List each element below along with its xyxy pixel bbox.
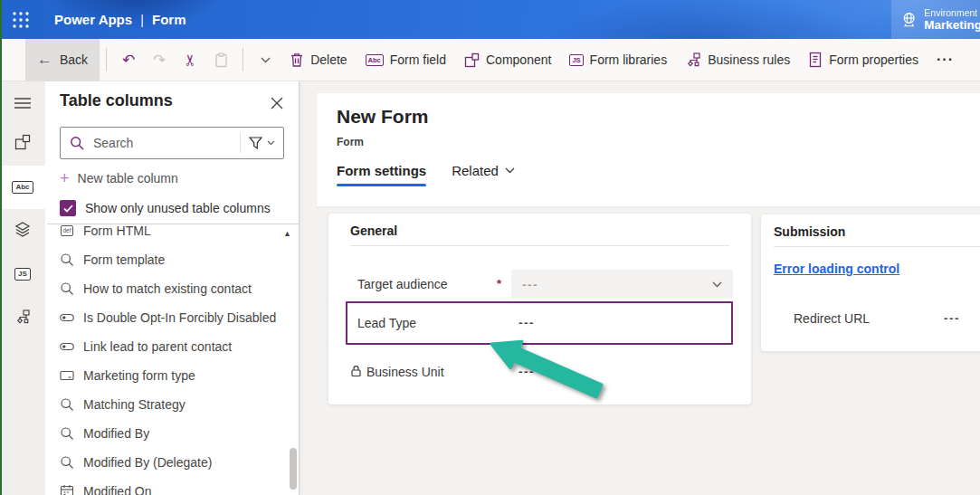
checkbox-checked (60, 200, 76, 216)
error-loading-control-link[interactable]: Error loading control (774, 262, 899, 276)
ellipsis-icon: ··· (937, 52, 954, 67)
rail-form-libraries-button[interactable]: JS (0, 254, 45, 294)
submission-section-card: Submission Error loading control Redirec… (761, 214, 980, 351)
new-table-column-button[interactable]: + New table column (60, 170, 178, 186)
redo-icon: ↷ (153, 52, 166, 68)
column-label: Is Double Opt-In Forcibly Disabled (83, 310, 276, 325)
close-panel-button[interactable] (268, 94, 286, 112)
search-icon (70, 136, 84, 150)
rail-tree-view-button[interactable] (0, 209, 45, 249)
column-label: Modified By (Delegate) (83, 455, 212, 470)
table-column-item[interactable]: Matching Strategy (47, 390, 299, 419)
plus-icon: + (60, 170, 70, 186)
undo-button[interactable]: ↶ (113, 39, 144, 81)
lock-icon (350, 365, 362, 377)
rail-table-columns-button[interactable]: Abc (0, 166, 45, 209)
lookup-icon (60, 281, 74, 296)
table-column-item[interactable]: Is Double Opt-In Forcibly Disabled (47, 303, 299, 332)
environment-label: Environment (924, 7, 980, 18)
lead-type-value: --- (519, 316, 535, 329)
target-audience-dropdown[interactable]: --- (511, 270, 733, 299)
close-icon (271, 97, 283, 109)
form-libraries-label: Form libraries (590, 52, 668, 67)
tab-label: Related (452, 163, 499, 178)
back-arrow-icon: ← (37, 51, 52, 69)
tab-related[interactable]: Related (452, 163, 515, 186)
form-properties-icon (808, 52, 823, 68)
form-header-card: New Form Form Form settings Related (317, 93, 980, 206)
show-unused-label: Show only unused table columns (85, 201, 271, 215)
table-columns-abc-icon: Abc (12, 181, 33, 194)
dropdown-value: --- (522, 278, 712, 291)
business-unit-label: Business Unit (366, 365, 444, 379)
richtext-icon: def (60, 225, 74, 236)
table-column-item[interactable]: How to match existing contact (47, 274, 299, 303)
cut-button[interactable]: ✂ (175, 39, 205, 81)
table-column-item[interactable]: Modified On (47, 477, 299, 495)
column-label: Form HTML (83, 224, 151, 238)
chevron-down-icon (261, 57, 271, 63)
redirect-url-value: --- (944, 311, 960, 325)
more-commands-button[interactable]: ··· (928, 52, 963, 68)
table-column-item[interactable]: Form template (47, 245, 299, 274)
business-rules-button[interactable]: Business rules (676, 39, 799, 81)
rail-components-button[interactable] (0, 122, 45, 162)
scroll-up-arrow[interactable]: ▲ (283, 230, 291, 238)
paste-button[interactable] (205, 39, 236, 81)
table-column-item[interactable]: Modified By (Delegate) (47, 448, 299, 477)
section-divider (350, 245, 729, 246)
clipboard-more-chevron[interactable] (250, 39, 281, 81)
delete-label: Delete (310, 52, 347, 67)
business-rules-label: Business rules (708, 52, 790, 67)
form-libraries-button[interactable]: JS Form libraries (560, 39, 676, 81)
section-divider (774, 246, 980, 247)
js-icon: JS (14, 268, 31, 281)
page-name: Form (152, 12, 186, 27)
component-icon (464, 52, 480, 68)
tab-form-settings[interactable]: Form settings (337, 163, 426, 186)
toolbar-divider (243, 48, 243, 71)
show-unused-checkbox[interactable]: Show only unused table columns (60, 200, 271, 216)
checkmark-icon (63, 205, 73, 213)
form-properties-button[interactable]: Form properties (799, 39, 928, 81)
app-header: Power Apps | Form Environment Marketing (0, 0, 980, 39)
table-column-item[interactable]: Modified By (47, 419, 299, 448)
filter-button[interactable] (241, 128, 283, 158)
paste-icon (214, 52, 229, 68)
waffle-menu-button[interactable] (0, 0, 42, 39)
layers-icon (14, 221, 31, 238)
command-bar: ← Back ↶ ↷ ✂ (0, 39, 980, 81)
lookup-icon (60, 252, 74, 267)
column-label: Matching Strategy (83, 397, 186, 412)
chevron-down-icon (267, 140, 275, 146)
delete-button[interactable]: Delete (281, 39, 356, 81)
tab-label: Form settings (337, 163, 426, 178)
page-title: New Form (337, 106, 429, 128)
table-columns-list: def Form HTML Form template How to match… (47, 224, 299, 495)
rail-menu-button[interactable] (0, 83, 45, 123)
required-asterisk: * (497, 277, 501, 290)
environment-globe-icon (900, 11, 918, 29)
column-label: Link lead to parent contact (83, 339, 232, 354)
scrollbar-thumb[interactable] (290, 448, 297, 490)
table-column-item[interactable]: Marketing form type (47, 361, 299, 390)
table-column-item[interactable]: Link lead to parent contact (47, 332, 299, 361)
undo-icon: ↶ (122, 52, 135, 68)
target-audience-label: Target audience (357, 277, 448, 291)
brand-name[interactable]: Power Apps (54, 12, 132, 27)
lookup-icon (60, 426, 74, 441)
form-field-label: Form field (390, 52, 446, 67)
rail-business-rules-button[interactable] (0, 297, 45, 337)
new-table-column-label: New table column (78, 171, 178, 186)
component-button[interactable]: Component (455, 39, 560, 81)
table-column-item[interactable]: def Form HTML (47, 224, 299, 245)
search-box (60, 127, 284, 159)
hamburger-icon (14, 98, 31, 109)
toggle-icon (60, 310, 74, 325)
environment-switcher[interactable]: Environment Marketing (891, 0, 980, 39)
back-button[interactable]: ← Back (25, 39, 100, 81)
redirect-url-label: Redirect URL (794, 311, 870, 326)
redo-button[interactable]: ↷ (144, 39, 175, 81)
form-field-button[interactable]: Abc Form field (357, 39, 455, 81)
search-input[interactable] (91, 135, 240, 151)
